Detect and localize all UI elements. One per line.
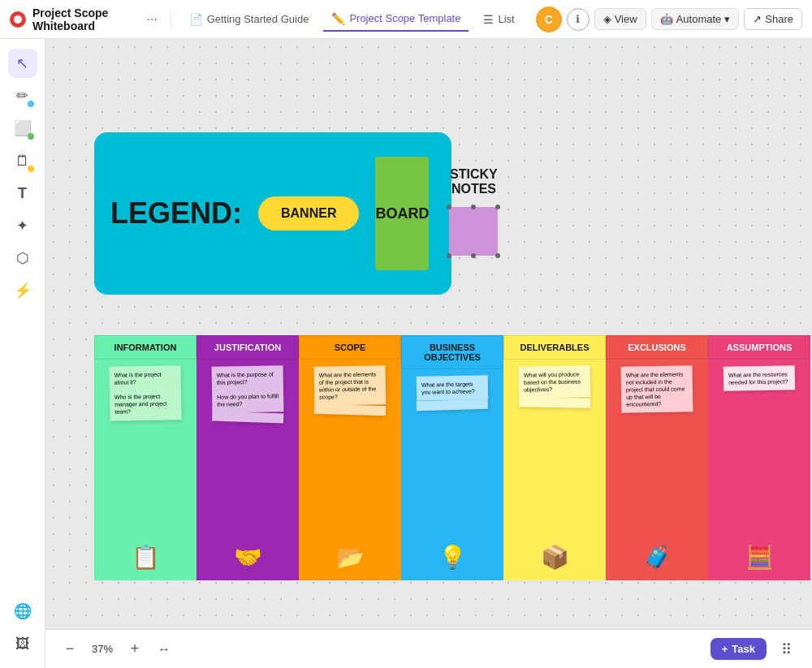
sticky-del-1[interactable]: What will you produce based on the busin…: [519, 365, 591, 399]
kanban-col-deliverables: DELIVERABLES What will you produce based…: [503, 335, 606, 580]
zoom-in-btn[interactable]: +: [123, 638, 146, 661]
zoom-level: 37%: [88, 643, 117, 655]
app-logo: [10, 11, 26, 28]
globe-tool[interactable]: 🌐: [8, 597, 37, 626]
view-icon: ◈: [603, 13, 611, 25]
col-body-justification: What is the purpose of this project?How …: [197, 360, 299, 580]
kanban-col-justification: JUSTIFICATION What is the purpose of thi…: [197, 335, 299, 580]
legend-sticky-label: STICKY NOTES: [450, 167, 498, 196]
legend-box: LEGEND: BANNER BOARD STICKY NOTES: [94, 132, 451, 295]
grid-view-btn[interactable]: ⠿: [773, 636, 799, 662]
tab-project-scope[interactable]: ✏️ Project Scope Template: [323, 7, 469, 32]
business-objectives-icon: 💡: [438, 544, 467, 571]
tab-getting-started-label: Getting Started Guide: [207, 13, 309, 25]
shapes-dot: [28, 133, 34, 140]
select-tool[interactable]: ↖: [8, 49, 37, 78]
list-icon: ☰: [483, 13, 494, 26]
image-tool[interactable]: 🖼: [8, 629, 37, 658]
kanban-col-information: INFORMATION What is the project about it…: [94, 335, 197, 580]
sticky-tool[interactable]: 🗒: [8, 146, 37, 175]
shapes-tool[interactable]: ⬜: [8, 114, 37, 143]
pen-plus-tool[interactable]: ✏: [8, 81, 37, 110]
kanban-col-assumptions: ASSUMPTIONS What are the resources neede…: [708, 335, 810, 580]
col-header-deliverables: DELIVERABLES: [503, 335, 606, 360]
sticky-scope-1[interactable]: What are the elements of the project tha…: [314, 365, 387, 406]
col-header-information: INFORMATION: [94, 335, 197, 360]
automate-btn[interactable]: 🤖 Automate ▾: [651, 8, 740, 30]
col-header-exclusions: EXCLUSIONS: [606, 335, 708, 360]
view-btn[interactable]: ◈ View: [594, 8, 646, 30]
magic-tool[interactable]: ✦: [8, 211, 37, 240]
share-btn[interactable]: ↗ Share: [744, 8, 802, 30]
sticky-just-2[interactable]: [212, 412, 283, 424]
tab-getting-started[interactable]: 📄 Getting Started Guide: [181, 8, 317, 31]
sticky-handle-tc: [471, 205, 476, 209]
topbar: Project Scope Whiteboard ··· 📄 Getting S…: [0, 0, 812, 39]
col-body-assumptions: What are the resources needed for this p…: [708, 360, 810, 580]
canvas: LEGEND: BANNER BOARD STICKY NOTES INFORM…: [45, 39, 812, 629]
sticky-just-1[interactable]: What is the purpose of this project?How …: [212, 365, 284, 413]
text-tool[interactable]: T: [8, 179, 37, 208]
col-body-information: What is the project about it?Who is the …: [94, 360, 197, 580]
share-icon: ↗: [753, 13, 762, 25]
bottombar: − 37% + ↔ + Task ⠿: [45, 629, 812, 668]
kanban-col-scope: SCOPE What are the elements of the proje…: [299, 335, 401, 580]
sticky-handle-tr: [495, 205, 500, 209]
ai-tool[interactable]: ⚡: [8, 276, 37, 305]
sticky-scope-2[interactable]: [314, 404, 386, 416]
zoom-out-btn[interactable]: −: [58, 638, 81, 661]
sticky-info-1[interactable]: What is the project about it?Who is the …: [109, 365, 181, 420]
network-tool[interactable]: ⬡: [8, 243, 37, 273]
sticky-handle-bl: [447, 253, 451, 258]
tab-list-label: List: [498, 13, 514, 25]
col-header-assumptions: ASSUMPTIONS: [708, 335, 810, 360]
tab-list[interactable]: ☰ List: [475, 8, 522, 31]
kanban-board: INFORMATION What is the project about it…: [94, 335, 810, 580]
col-body-scope: What are the elements of the project tha…: [299, 360, 401, 580]
kanban-col-business-objectives: BUSINESS OBJECTIVES What are the targets…: [401, 335, 503, 580]
more-options-btn[interactable]: ···: [144, 11, 161, 28]
sticky-excl-1[interactable]: What are the elements not included in th…: [621, 365, 693, 413]
left-toolbar: ↖ ✏ ⬜ 🗒 T ✦ ⬡ ⚡ 🌐 🖼: [0, 39, 45, 668]
task-btn[interactable]: + Task: [710, 638, 767, 660]
col-body-deliverables: What will you produce based on the busin…: [503, 360, 606, 580]
avatar-btn[interactable]: C: [536, 6, 562, 32]
col-header-business-objectives: BUSINESS OBJECTIVES: [401, 335, 503, 369]
justification-icon: 🤝: [234, 544, 262, 571]
exclusions-icon: 🧳: [643, 544, 672, 571]
sticky-biz-2[interactable]: [417, 399, 488, 411]
tab-project-scope-label: Project Scope Template: [349, 12, 460, 24]
doc-icon: 📄: [189, 13, 203, 26]
info-icon: 📋: [132, 544, 160, 571]
col-header-justification: JUSTIFICATION: [197, 335, 299, 360]
col-body-exclusions: What are the elements not included in th…: [606, 360, 708, 580]
col-header-scope: SCOPE: [299, 335, 401, 360]
nav-actions: C ℹ ◈ View 🤖 Automate ▾ ↗ Share: [536, 6, 802, 32]
fit-to-screen-btn[interactable]: ↔: [153, 638, 175, 661]
pen-icon: ✏️: [331, 12, 345, 25]
info-btn[interactable]: ℹ: [567, 8, 590, 31]
legend-banner: BANNER: [258, 196, 359, 231]
sticky-biz-1[interactable]: What are the targets you want to achieve…: [417, 375, 489, 401]
pen-dot: [28, 101, 34, 107]
legend-sticky-section: STICKY NOTES: [445, 167, 502, 260]
scope-icon: 📂: [336, 544, 365, 571]
col-body-business-objectives: What are the targets you want to achieve…: [401, 369, 503, 580]
sticky-handle-bc: [471, 253, 476, 258]
kanban-col-exclusions: EXCLUSIONS What are the elements not inc…: [606, 335, 708, 580]
sticky-del-2[interactable]: [519, 398, 590, 409]
legend-title: LEGEND:: [110, 196, 242, 231]
legend-sticky-note: [449, 207, 498, 256]
project-title: Project Scope Whiteboard: [32, 6, 137, 32]
plus-icon: +: [722, 643, 728, 655]
legend-board: BOARD: [375, 157, 429, 270]
automate-icon: 🤖: [660, 13, 673, 25]
sticky-dot: [28, 166, 34, 172]
chevron-down-icon: ▾: [724, 13, 730, 25]
sticky-handle-br: [495, 253, 500, 258]
nav-divider: [171, 11, 171, 28]
assumptions-icon: 🧮: [745, 544, 774, 571]
deliverables-icon: 📦: [541, 544, 569, 571]
sticky-assum-1[interactable]: What are the resources needed for this p…: [723, 365, 796, 391]
